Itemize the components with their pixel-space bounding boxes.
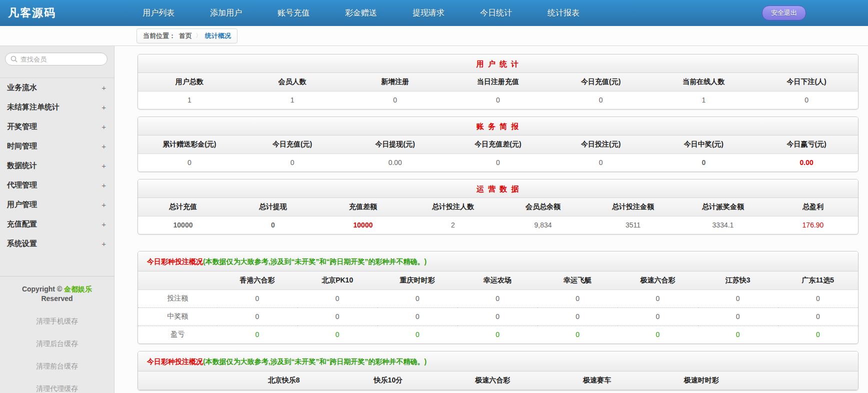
stat-header-cell: 累计赠送彩金(元)	[138, 136, 241, 154]
chevron-right-icon: 〉	[196, 32, 202, 40]
sidebar-item-user-management[interactable]: 用户管理 +	[0, 195, 114, 214]
operation-data-panel: 运 营 数 据 总计充值 总计提现 充值差额 总计投注人数 会员总余额 总计投注…	[138, 179, 858, 234]
sidebar-menu: 业务流水 + 未结算注单统计 + 开奖管理 + 时间管理 + 数据统计 + 代理…	[0, 78, 114, 254]
clear-mobile-cache-link[interactable]: 清理手机缓存	[0, 317, 114, 326]
operation-data-title: 运 营 数 据	[138, 180, 858, 198]
nav-user-list[interactable]: 用户列表	[142, 8, 174, 18]
copyright-prefix: Copyright ©	[22, 285, 62, 293]
lottery-value-cell: 0	[458, 290, 538, 308]
stat-value-cell: 0	[446, 154, 550, 172]
stat-header-cell: 总计投注金额	[588, 198, 678, 216]
lottery-value-cell: 0	[538, 326, 618, 344]
today-lottery-panel-2: 今日彩种投注概况(本数据仅为大致参考,涉及到“未开奖”和“跨日期开奖”的彩种并不…	[138, 351, 858, 390]
stat-header-cell: 当前在线人数	[652, 73, 756, 91]
lottery-value-cell: 0	[778, 290, 858, 308]
stat-value-cell: 0	[228, 216, 318, 234]
today-lottery-title-1: 今日彩种投注概况(本数据仅为大致参考,涉及到“未开奖”和“跨日期开奖”的彩种并不…	[138, 252, 858, 272]
sidebar-item-draw-management[interactable]: 开奖管理 +	[0, 117, 114, 136]
stat-value-cell: 0	[550, 91, 652, 109]
today-lottery-panel-1: 今日彩种投注概况(本数据仅为大致参考,涉及到“未开奖”和“跨日期开奖”的彩种并不…	[138, 251, 858, 344]
nav-add-user[interactable]: 添加用户	[210, 8, 242, 18]
lottery-value-cell: 0	[698, 290, 778, 308]
stat-header-cell: 会员人数	[241, 73, 344, 91]
sidebar-item-label: 开奖管理	[7, 122, 37, 132]
lottery-header-cell: 幸运农场	[458, 272, 538, 290]
sidebar-footer: Copyright © 金都娱乐 Reserved 清理手机缓存 清理后台缓存 …	[0, 276, 114, 393]
lottery-header-cell: 江苏快3	[698, 272, 778, 290]
nav-bonus-gift[interactable]: 彩金赠送	[345, 8, 377, 18]
expand-plus-icon: +	[102, 84, 106, 92]
sidebar: 业务流水 + 未结算注单统计 + 开奖管理 + 时间管理 + 数据统计 + 代理…	[0, 46, 114, 393]
lottery-value-cell: 0	[298, 326, 378, 344]
lottery-value-cell: 0	[618, 290, 698, 308]
main-content: 用 户 统 计 用户总数 会员人数 新增注册 当日注册充值 今日充值(元) 当前…	[114, 46, 868, 393]
stat-value-cell: 3334.1	[678, 216, 768, 234]
nav-today-stats[interactable]: 今日统计	[480, 8, 512, 18]
copyright-brand: 金都娱乐	[64, 285, 92, 293]
top-header: 凡客源码 用户列表 添加用户 账号充值 彩金赠送 提现请求 今日统计 统计报表 …	[0, 0, 868, 26]
sidebar-item-business-flow[interactable]: 业务流水 +	[0, 78, 114, 98]
row-label-header-cell	[138, 372, 232, 390]
row-label-cell: 中奖额	[138, 308, 217, 326]
sidebar-item-label: 用户管理	[7, 200, 37, 210]
nav-account-recharge[interactable]: 账号充值	[278, 8, 310, 18]
account-brief-table: 累计赠送彩金(元) 今日充值(元) 今日提现(元) 今日充值差(元) 今日投注(…	[138, 136, 858, 172]
lottery-header-cell: 幸运飞艇	[538, 272, 618, 290]
lottery-value-cell: 0	[778, 326, 858, 344]
stat-header-cell: 今日投注(元)	[550, 136, 652, 154]
stat-value-cell: 2	[408, 216, 498, 234]
lottery-value-cell: 0	[778, 308, 858, 326]
sidebar-item-agent-management[interactable]: 代理管理 +	[0, 176, 114, 195]
user-stats-title: 用 户 统 计	[138, 54, 858, 73]
sidebar-item-recharge-config[interactable]: 充值配置 +	[0, 214, 114, 234]
expand-plus-icon: +	[102, 162, 106, 170]
stat-value-cell: 0	[241, 154, 344, 172]
stat-header-cell: 今日充值(元)	[550, 73, 652, 91]
clear-agent-cache-link[interactable]: 清理代理缓存	[0, 384, 114, 393]
sidebar-item-time-management[interactable]: 时间管理 +	[0, 136, 114, 156]
stat-header-cell: 今日充值差(元)	[446, 136, 550, 154]
lottery-header-cell: 极速六合彩	[440, 372, 545, 390]
stat-header-cell: 今日提现(元)	[344, 136, 446, 154]
stat-value-cell: 0.00	[344, 154, 446, 172]
expand-plus-icon: +	[102, 122, 106, 131]
today-lottery-table-2: 北京快乐8 快乐10分 极速六合彩 极速赛车 极速时时彩	[138, 372, 858, 390]
row-label-cell: 投注额	[138, 290, 217, 308]
stat-header-cell: 总计提现	[228, 198, 318, 216]
sidebar-item-unsettled-orders[interactable]: 未结算注单统计 +	[0, 98, 114, 117]
clear-frontend-cache-link[interactable]: 清理前台缓存	[0, 362, 114, 371]
lottery-value-cell: 0	[378, 290, 458, 308]
title-red-text: 今日彩种投注概况	[147, 258, 203, 266]
logout-button[interactable]: 安全退出	[762, 6, 806, 20]
stat-header-cell: 今日充值(元)	[241, 136, 344, 154]
stat-value-cell: 0	[755, 91, 858, 109]
row-label-cell: 盈亏	[138, 326, 217, 344]
stat-value-cell: 1	[241, 91, 344, 109]
stat-header-cell: 总计充值	[138, 198, 228, 216]
lottery-header-cell: 极速赛车	[545, 372, 650, 390]
sidebar-item-label: 代理管理	[7, 180, 37, 190]
stat-value-cell: 10000	[138, 216, 228, 234]
clear-backend-cache-link[interactable]: 清理后台缓存	[0, 340, 114, 348]
search-input[interactable]	[20, 56, 102, 63]
lottery-value-cell: 0	[217, 290, 297, 308]
expand-plus-icon: +	[102, 220, 106, 228]
sidebar-item-system-settings[interactable]: 系统设置 +	[0, 234, 114, 254]
stat-value-cell: 0	[344, 91, 446, 109]
copyright-text: Copyright © 金都娱乐 Reserved	[0, 284, 114, 304]
expand-plus-icon: +	[102, 240, 106, 248]
lottery-value-cell: 0	[698, 308, 778, 326]
stat-value-cell: 1	[138, 91, 241, 109]
lottery-value-cell: 0	[217, 308, 297, 326]
nav-stats-report[interactable]: 统计报表	[548, 8, 580, 18]
filler-header-cell	[754, 372, 858, 390]
nav-withdraw-request[interactable]: 提现请求	[412, 8, 444, 18]
breadcrumb: 当前位置： 首页 〉 统计概况	[136, 28, 238, 44]
stat-header-cell: 总盈利	[768, 198, 858, 216]
lottery-header-cell: 快乐10分	[336, 372, 440, 390]
lottery-value-cell: 0	[458, 308, 538, 326]
expand-plus-icon: +	[102, 181, 106, 190]
account-brief-title: 账 务 简 报	[138, 117, 858, 136]
sidebar-item-data-stats[interactable]: 数据统计 +	[0, 156, 114, 176]
breadcrumb-home-link[interactable]: 首页	[179, 32, 192, 40]
